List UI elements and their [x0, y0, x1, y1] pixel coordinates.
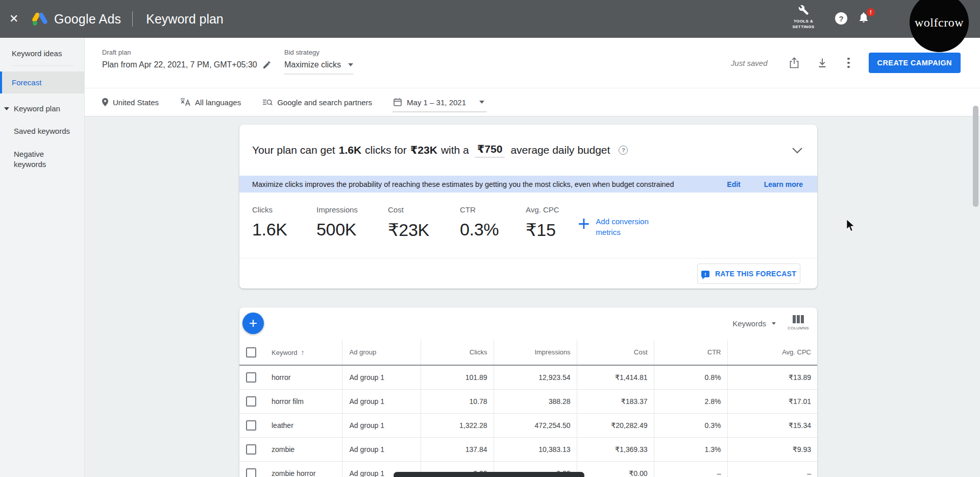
sidebar-item-label: Negative keywords [14, 149, 61, 170]
headline-text: Your plan can get [252, 144, 335, 156]
headline-budget-value[interactable]: ₹750 [475, 143, 505, 158]
cell-impressions: 12,923.54 [494, 365, 577, 389]
column-header-impressions[interactable]: Impressions [494, 340, 577, 365]
row-checkbox[interactable] [246, 468, 256, 477]
keywords-table-card: + Keywords COLUMNS Key [239, 307, 817, 477]
row-checkbox[interactable] [246, 396, 256, 407]
edit-icon[interactable] [262, 61, 271, 69]
cell-keyword: horror [262, 365, 342, 389]
vertical-scrollbar-thumb[interactable] [973, 106, 978, 207]
cell-ctr: 1.3% [654, 437, 727, 461]
add-keywords-button[interactable]: + [242, 313, 264, 334]
filter-location[interactable]: United States [102, 98, 159, 107]
sidebar-item-saved-keywords[interactable]: Saved keywords [0, 124, 84, 138]
metric-value: ₹15 [526, 220, 578, 240]
sort-ascending-icon: ↑ [301, 348, 305, 356]
column-header-ad-group[interactable]: Ad group [342, 340, 421, 365]
table-row: zombie Ad group 1 137.84 10,383.13 ₹1,36… [239, 437, 817, 461]
bid-strategy-value: Maximize clicks [284, 60, 341, 69]
columns-button[interactable]: COLUMNS [788, 315, 809, 330]
learn-more-link[interactable]: Learn more [764, 180, 803, 188]
notification-badge: ! [867, 8, 875, 16]
metric-clicks: Clicks 1.6K [252, 205, 316, 258]
notifications-button[interactable]: ! [857, 11, 871, 25]
table-toolbar: + Keywords COLUMNS [239, 307, 817, 340]
cell-ad-group: Ad group 1 [342, 413, 421, 437]
column-header-avg-cpc[interactable]: Avg. CPC [727, 340, 817, 365]
row-checkbox[interactable] [246, 444, 256, 455]
share-icon [789, 57, 800, 69]
cell-clicks: 10.78 [421, 389, 494, 413]
sidebar-item-keyword-plan[interactable]: Keyword plan [0, 102, 84, 115]
cell-keyword: horror film [262, 389, 342, 413]
plan-header: Draft plan Plan from Apr 22, 2021, 7 PM,… [85, 38, 980, 88]
add-conversion-metrics-button[interactable]: + Add conversion metrics [578, 214, 655, 258]
filter-networks[interactable]: Google and search partners [262, 98, 372, 107]
column-header-cost[interactable]: Cost [577, 340, 654, 365]
metric-label: Clicks [252, 205, 316, 214]
plus-icon: + [578, 214, 590, 233]
column-header-keyword[interactable]: Keyword↑ [262, 340, 342, 365]
feedback-icon: ! [701, 271, 709, 277]
rate-button-label: RATE THIS FORECAST [715, 270, 796, 278]
sidebar: Keyword ideas Forecast Keyword plan Save… [0, 38, 85, 477]
metric-avg-cpc: Avg. CPC ₹15 [526, 205, 578, 258]
select-all-checkbox[interactable] [246, 347, 256, 357]
filter-location-value: United States [113, 98, 159, 107]
help-button[interactable]: ? [835, 12, 847, 25]
headline-text: clicks for [365, 144, 407, 156]
download-button[interactable] [816, 57, 828, 69]
bid-strategy-label: Bid strategy [284, 49, 353, 56]
cell-avg-cpc: ₹17.01 [727, 389, 817, 413]
metric-label: Avg. CPC [526, 205, 578, 214]
chevron-down-icon [4, 107, 9, 110]
cell-keyword: zombie [262, 437, 342, 461]
column-header-ctr[interactable]: CTR [654, 340, 727, 365]
topbar-divider [132, 11, 133, 27]
sidebar-item-label: Forecast [12, 78, 41, 87]
account-name: wolfcrow [915, 16, 964, 30]
edit-link[interactable]: Edit [727, 180, 740, 188]
cell-cost: ₹1,414.81 [577, 365, 654, 389]
cell-keyword: zombie horror [262, 461, 342, 477]
filter-date-range[interactable]: May 1 – 31, 2021 [394, 98, 484, 107]
more-options-button[interactable] [844, 58, 853, 68]
cell-ad-group: Ad group 1 [342, 365, 421, 389]
headline-clicks-value: 1.6K [339, 144, 361, 156]
metric-cost: Cost ₹23K [388, 205, 460, 258]
filter-languages[interactable]: All languages [180, 98, 241, 107]
cell-avg-cpc: ₹13.89 [727, 365, 817, 389]
search-network-icon [262, 99, 273, 106]
sidebar-item-keyword-ideas[interactable]: Keyword ideas [0, 46, 84, 60]
row-checkbox[interactable] [246, 420, 256, 431]
cell-ctr: 2.8% [654, 389, 727, 413]
plan-actions: Just saved CREATE CAMPAIGN [731, 52, 961, 74]
view-selector-dropdown[interactable]: Keywords [732, 319, 776, 328]
cell-ad-group: Ad group 1 [342, 437, 421, 461]
chevron-down-icon [348, 63, 353, 66]
cell-impressions: 10,383.13 [494, 437, 577, 461]
horizontal-scrollbar-thumb[interactable] [394, 472, 584, 477]
metric-label: CTR [460, 205, 526, 214]
sidebar-item-label: Saved keywords [14, 127, 70, 135]
sidebar-divider [12, 65, 73, 66]
tools-settings-button[interactable]: TOOLS & SETTINGS [786, 5, 821, 30]
page-content: Your plan can get 1.6K clicks for ₹23K w… [85, 116, 980, 477]
download-icon [817, 57, 828, 69]
sidebar-item-forecast[interactable]: Forecast [0, 71, 84, 93]
collapse-chevron-icon[interactable] [792, 147, 803, 154]
row-checkbox[interactable] [246, 372, 256, 383]
view-selector-value: Keywords [732, 319, 766, 328]
help-circle-icon[interactable]: ? [619, 146, 628, 155]
cell-avg-cpc: ₹15.34 [727, 413, 817, 437]
sidebar-item-negative-keywords[interactable]: Negative keywords [0, 147, 84, 172]
close-icon[interactable]: ✕ [9, 12, 23, 26]
table-row: horror film Ad group 1 10.78 388.28 ₹183… [239, 389, 817, 413]
metric-label: Cost [388, 205, 460, 214]
create-campaign-button[interactable]: CREATE CAMPAIGN [869, 53, 961, 73]
column-header-clicks[interactable]: Clicks [421, 340, 494, 365]
table-row: horror Ad group 1 101.89 12,923.54 ₹1,41… [239, 365, 817, 389]
share-button[interactable] [788, 57, 800, 69]
bid-strategy-selector[interactable]: Maximize clicks [284, 60, 353, 75]
rate-this-forecast-button[interactable]: ! RATE THIS FORECAST [697, 264, 800, 284]
